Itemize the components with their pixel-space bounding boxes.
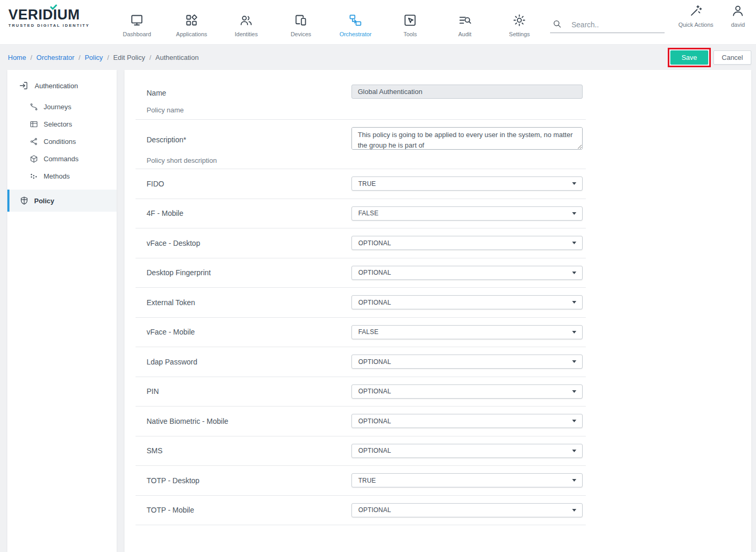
breadcrumb-orchestrator[interactable]: Orchestrator xyxy=(36,54,74,61)
form-row-description: Description*Policy short descriptionThis… xyxy=(136,120,586,169)
nav-item-applications[interactable]: Applications xyxy=(164,9,219,37)
sidebar-item-journeys[interactable]: Journeys xyxy=(7,98,117,116)
breadcrumb-separator: / xyxy=(79,54,81,61)
breadcrumb-authentication: Authentication xyxy=(156,54,199,61)
nav-item-dashboard[interactable]: Dashboard xyxy=(110,9,164,37)
field-label-description: Description* xyxy=(147,136,351,144)
form-row-totp-mobile: TOTP - MobileOPTIONAL xyxy=(136,496,586,526)
sidebar-header-label: Authentication xyxy=(35,82,78,90)
field-label-4f-mobile: 4F - Mobile xyxy=(147,209,351,217)
settings-icon xyxy=(512,13,526,27)
form-row-external-token: External TokenOPTIONAL xyxy=(136,288,586,318)
applications-icon xyxy=(184,13,199,27)
identities-icon xyxy=(239,13,253,27)
breadcrumb: Home/Orchestrator/Policy/Edit Policy/Aut… xyxy=(8,54,199,61)
chevron-down-icon xyxy=(572,331,576,334)
nav-item-settings[interactable]: Settings xyxy=(492,9,547,37)
chevron-down-icon xyxy=(572,420,576,422)
breadcrumb-home[interactable]: Home xyxy=(8,54,26,61)
field-label-totp-mobile: TOTP - Mobile xyxy=(147,506,351,514)
save-annotation-highlight: Save xyxy=(668,48,711,67)
sidebar-header-authentication[interactable]: Authentication xyxy=(7,75,117,98)
sidebar: Authentication JourneysSelectorsConditio… xyxy=(7,70,117,552)
brand-name: VERIDIUM xyxy=(8,8,80,22)
search-box xyxy=(550,19,665,33)
nav-item-identities[interactable]: Identities xyxy=(219,9,274,37)
select-totp-desktop[interactable]: TRUE xyxy=(351,473,583,487)
topnav-items: DashboardApplicationsIdentitiesDevicesOr… xyxy=(110,0,547,44)
dashboard-icon xyxy=(130,13,144,27)
breadcrumb-separator: / xyxy=(107,54,109,61)
nav-label-applications: Applications xyxy=(176,31,207,37)
form-row-totp-desktop: TOTP - DesktopTRUE xyxy=(136,466,586,496)
sidebar-item-label-journeys: Journeys xyxy=(44,103,71,111)
sidebar-item-methods[interactable]: Methods xyxy=(7,168,117,185)
cancel-button[interactable]: Cancel xyxy=(713,50,751,65)
breadcrumb-bar: Home/Orchestrator/Policy/Edit Policy/Aut… xyxy=(0,45,756,70)
save-button[interactable]: Save xyxy=(670,50,708,65)
breadcrumb-separator: / xyxy=(149,54,151,61)
tools-icon xyxy=(403,13,417,27)
chevron-down-icon xyxy=(572,390,576,393)
form-row-vface-mobile: vFace - MobileFALSE xyxy=(136,318,586,348)
select-vface-mobile[interactable]: FALSE xyxy=(351,325,583,339)
search-input[interactable] xyxy=(562,20,667,29)
form-row-pin: PINOPTIONAL xyxy=(136,377,586,407)
top-navigation-bar: VERIDIUM TRUSTED DIGITAL IDENTITY Dashbo… xyxy=(0,0,756,45)
select-value-vface-mobile: FALSE xyxy=(358,328,378,336)
nav-item-audit[interactable]: Audit xyxy=(438,9,492,37)
form-row-4f-mobile: 4F - MobileFALSE xyxy=(136,199,586,229)
sidebar-item-selectors[interactable]: Selectors xyxy=(7,116,117,133)
select-native-biometric-mobile[interactable]: OPTIONAL xyxy=(351,414,583,428)
select-value-desktop-fingerprint: OPTIONAL xyxy=(358,269,391,276)
field-label-sms: SMS xyxy=(147,446,351,455)
user-label: david xyxy=(731,22,745,28)
select-vface-desktop[interactable]: OPTIONAL xyxy=(351,236,583,250)
nav-item-tools[interactable]: Tools xyxy=(383,9,438,37)
methods-icon xyxy=(29,172,38,181)
sidebar-item-conditions[interactable]: Conditions xyxy=(7,133,117,150)
sidebar-item-policy[interactable]: Policy xyxy=(7,190,117,212)
select-fido[interactable]: TRUE xyxy=(351,176,583,191)
sidebar-item-label-methods: Methods xyxy=(44,172,70,180)
commands-icon xyxy=(29,154,38,163)
select-totp-mobile[interactable]: OPTIONAL xyxy=(351,503,583,517)
chevron-down-icon xyxy=(572,450,576,452)
main-content: NamePolicy nameDescription*Policy short … xyxy=(125,70,751,552)
field-label-block-name: NamePolicy name xyxy=(147,85,351,119)
search-icon xyxy=(552,19,562,29)
orchestrator-icon xyxy=(348,13,363,27)
nav-item-orchestrator[interactable]: Orchestrator xyxy=(328,9,383,37)
nav-label-devices: Devices xyxy=(291,31,311,37)
select-value-fido: TRUE xyxy=(358,180,376,188)
page-actions: Save Cancel xyxy=(668,48,751,67)
nav-label-dashboard: Dashboard xyxy=(123,31,151,37)
select-ldap-password[interactable]: OPTIONAL xyxy=(351,355,583,369)
select-4f-mobile[interactable]: FALSE xyxy=(351,206,583,221)
select-value-vface-desktop: OPTIONAL xyxy=(358,239,391,247)
select-value-sms: OPTIONAL xyxy=(358,447,391,454)
field-label-block-description: Description*Policy short description xyxy=(147,127,351,169)
nav-item-devices[interactable]: Devices xyxy=(274,9,328,37)
field-label-name: Name xyxy=(147,89,351,97)
sidebar-item-commands[interactable]: Commands xyxy=(7,150,117,168)
breadcrumb-edit-policy: Edit Policy xyxy=(113,54,146,61)
select-value-4f-mobile: FALSE xyxy=(358,210,378,217)
field-label-native-biometric-mobile: Native Biometric - Mobile xyxy=(147,417,351,425)
journeys-icon xyxy=(29,102,38,111)
chevron-down-icon xyxy=(572,360,576,363)
quick-actions-label: Quick Actions xyxy=(678,22,713,28)
select-sms[interactable]: OPTIONAL xyxy=(351,444,583,458)
field-label-desktop-fingerprint: Desktop Fingerprint xyxy=(147,268,351,277)
user-menu[interactable]: david xyxy=(720,0,756,44)
breadcrumb-policy[interactable]: Policy xyxy=(85,54,103,61)
textarea-description[interactable]: This policy is going to be applied to ev… xyxy=(351,127,583,150)
quick-actions-button[interactable]: Quick Actions xyxy=(672,0,720,44)
select-external-token[interactable]: OPTIONAL xyxy=(351,295,583,309)
selectors-icon xyxy=(29,120,38,129)
select-desktop-fingerprint[interactable]: OPTIONAL xyxy=(351,266,583,280)
veridium-logo[interactable]: VERIDIUM TRUSTED DIGITAL IDENTITY xyxy=(0,0,110,44)
input-name[interactable] xyxy=(351,85,583,99)
select-pin[interactable]: OPTIONAL xyxy=(351,384,583,399)
chevron-down-icon xyxy=(572,272,576,274)
